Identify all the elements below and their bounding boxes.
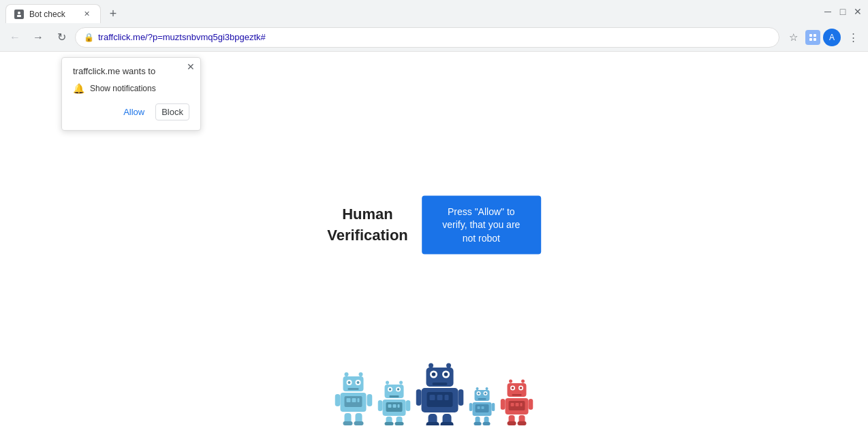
popup-title: traffclick.me wants to — [73, 66, 189, 76]
svg-rect-42 — [378, 400, 383, 411]
svg-point-35 — [397, 388, 400, 391]
svg-rect-81 — [478, 406, 480, 409]
reload-button[interactable]: ↻ — [52, 28, 71, 47]
svg-point-96 — [512, 387, 514, 389]
svg-rect-36 — [390, 395, 399, 397]
url-text: traffclick.me/?p=muztsnbvmq5gi3bpgeztk# — [98, 32, 771, 42]
extension-icon[interactable] — [805, 30, 820, 45]
svg-point-0 — [18, 12, 20, 14]
svg-rect-109 — [518, 421, 527, 425]
svg-rect-103 — [521, 403, 523, 406]
svg-rect-64 — [459, 389, 464, 406]
svg-point-34 — [389, 388, 392, 391]
svg-rect-18 — [347, 398, 351, 402]
svg-rect-21 — [335, 394, 341, 406]
svg-rect-78 — [478, 398, 486, 400]
svg-rect-88 — [483, 422, 491, 425]
svg-rect-82 — [482, 406, 484, 409]
svg-point-97 — [520, 387, 523, 389]
svg-rect-5 — [813, 38, 816, 41]
svg-rect-20 — [358, 398, 360, 402]
window-controls: ─ □ ✕ — [823, 7, 863, 16]
svg-rect-25 — [343, 421, 353, 425]
svg-rect-61 — [437, 395, 443, 400]
svg-point-13 — [348, 381, 351, 384]
svg-rect-3 — [813, 34, 816, 37]
svg-rect-19 — [352, 398, 356, 402]
block-button[interactable]: Block — [155, 103, 189, 120]
robot-3 — [416, 361, 464, 425]
svg-rect-101 — [511, 403, 514, 406]
svg-point-76 — [478, 393, 480, 395]
svg-rect-4 — [809, 38, 812, 41]
robot-5 — [501, 376, 533, 425]
svg-rect-47 — [395, 422, 404, 425]
svg-rect-62 — [445, 395, 449, 400]
svg-rect-1 — [17, 15, 21, 17]
svg-rect-22 — [367, 394, 373, 406]
verification-area: Human Verification Press "Allow" to veri… — [327, 195, 541, 295]
svg-rect-39 — [388, 404, 392, 408]
svg-rect-68 — [441, 422, 454, 425]
close-button[interactable]: ✕ — [853, 7, 863, 16]
bookmark-button[interactable]: ☆ — [784, 28, 803, 47]
svg-point-56 — [444, 372, 448, 376]
allow-button[interactable]: Allow — [118, 103, 150, 120]
svg-rect-104 — [501, 399, 506, 410]
maximize-button[interactable]: □ — [838, 7, 848, 16]
menu-button[interactable]: ⋮ — [843, 28, 863, 47]
browser-window: Bot check ✕ + ─ □ ✕ ← → ↻ 🔒 traffclick.m… — [0, 0, 868, 439]
new-tab-button[interactable]: + — [104, 4, 123, 23]
robots-area — [335, 361, 533, 425]
svg-rect-60 — [430, 395, 435, 400]
popup-permission-text: Show notifications — [90, 84, 156, 93]
bell-icon: 🔔 — [73, 83, 84, 94]
popup-buttons: Allow Block — [73, 103, 189, 120]
popup-close-button[interactable]: ✕ — [187, 62, 195, 71]
address-bar[interactable]: 🔒 traffclick.me/?p=muztsnbvmq5gi3bpgeztk… — [75, 27, 779, 48]
svg-rect-105 — [529, 399, 533, 410]
svg-rect-84 — [492, 403, 495, 411]
svg-rect-98 — [512, 394, 522, 396]
back-button[interactable]: ← — [5, 28, 25, 47]
svg-rect-41 — [398, 404, 400, 408]
title-bar: Bot check ✕ + ─ □ ✕ — [0, 0, 868, 23]
toolbar-right: ☆ A ⋮ — [784, 28, 863, 47]
page-content: ✕ traffclick.me wants to 🔔 Show notifica… — [0, 52, 868, 439]
svg-rect-63 — [416, 389, 422, 406]
svg-point-77 — [484, 393, 486, 395]
svg-rect-15 — [348, 388, 359, 390]
svg-rect-2 — [809, 34, 812, 37]
svg-rect-67 — [427, 422, 439, 425]
svg-rect-26 — [354, 421, 364, 425]
svg-rect-43 — [406, 400, 411, 411]
svg-rect-108 — [508, 421, 516, 425]
svg-rect-40 — [393, 404, 397, 408]
forward-button[interactable]: → — [29, 28, 48, 47]
tab-favicon — [14, 10, 24, 19]
svg-point-55 — [432, 372, 436, 376]
robot-1 — [335, 371, 373, 425]
popup-permission-item: 🔔 Show notifications — [73, 83, 189, 94]
svg-rect-87 — [474, 422, 482, 425]
tab-close-button[interactable]: ✕ — [81, 9, 92, 20]
toolbar: ← → ↻ 🔒 traffclick.me/?p=muztsnbvmq5gi3b… — [0, 23, 868, 52]
minimize-button[interactable]: ─ — [823, 7, 833, 16]
verify-button[interactable]: Press "Allow" to verify, that you are no… — [422, 195, 541, 255]
svg-rect-57 — [433, 383, 448, 385]
svg-point-14 — [357, 381, 360, 384]
active-tab[interactable]: Bot check ✕ — [5, 4, 101, 23]
lock-icon: 🔒 — [84, 33, 94, 42]
user-avatar[interactable]: A — [823, 29, 841, 46]
verification-title: Human Verification — [327, 204, 408, 246]
robot-2 — [378, 378, 411, 425]
svg-rect-46 — [385, 422, 394, 425]
notification-popup: ✕ traffclick.me wants to 🔔 Show notifica… — [61, 57, 201, 131]
svg-rect-83 — [469, 403, 473, 411]
tab-strip: Bot check ✕ + — [5, 0, 820, 23]
robot-4 — [469, 385, 495, 425]
tab-title: Bot check — [29, 10, 76, 19]
verification-content: Human Verification Press "Allow" to veri… — [327, 195, 541, 255]
svg-rect-102 — [516, 403, 519, 406]
